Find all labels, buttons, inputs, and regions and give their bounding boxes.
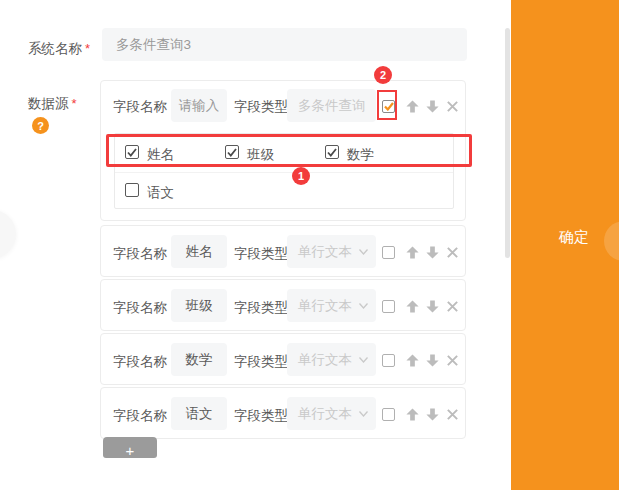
- field-type-select[interactable]: 单行文本: [287, 343, 376, 376]
- system-name-label: 系统名称*: [28, 40, 90, 58]
- annotation-badge-step2: 2: [374, 66, 392, 84]
- dropdown-divider: [115, 172, 453, 173]
- arrow-down-icon: [425, 299, 440, 314]
- close-icon: [446, 246, 459, 259]
- move-up-button[interactable]: [404, 352, 420, 368]
- close-icon: [446, 300, 459, 313]
- field-name-label: 字段名称: [113, 245, 167, 263]
- close-icon: [446, 408, 459, 421]
- chevron-down-icon: [359, 249, 368, 255]
- delete-field-button[interactable]: [444, 98, 460, 114]
- move-down-button[interactable]: [424, 244, 440, 260]
- help-question-icon[interactable]: ?: [32, 117, 49, 134]
- move-down-button[interactable]: [424, 98, 440, 114]
- required-asterisk: *: [85, 41, 90, 56]
- annotation-box-step1: [106, 134, 472, 167]
- data-source-label-text: 数据源: [28, 96, 69, 111]
- row-checkbox[interactable]: [382, 246, 395, 259]
- field-row: 字段名称 语文 字段类型 单行文本: [100, 387, 466, 439]
- field-name-label: 字段名称: [113, 353, 167, 371]
- arrow-down-icon: [425, 407, 440, 422]
- arrow-up-icon: [405, 407, 420, 422]
- field-name-label: 字段名称: [113, 98, 167, 116]
- move-down-button[interactable]: [424, 406, 440, 422]
- delete-field-button[interactable]: [444, 406, 460, 422]
- field-name-label: 字段名称: [113, 407, 167, 425]
- field-type-select[interactable]: 单行文本: [287, 289, 376, 322]
- close-icon: [446, 100, 459, 113]
- field-type-select-value: 单行文本: [298, 351, 352, 369]
- field-type-select[interactable]: 单行文本: [287, 397, 376, 430]
- field-name-input[interactable]: 语文: [171, 397, 227, 430]
- chevron-down-icon: [359, 357, 368, 363]
- arrow-up-icon: [405, 299, 420, 314]
- field-row: 字段名称 数学 字段类型 单行文本: [100, 333, 466, 385]
- field-name-label: 字段名称: [113, 299, 167, 317]
- arrow-down-icon: [425, 99, 440, 114]
- field-name-input[interactable]: 请输入: [171, 89, 227, 122]
- field-type-select-value: 单行文本: [298, 243, 352, 261]
- confirm-button[interactable]: 确定: [559, 228, 589, 247]
- app-window: 系统名称* 多条件查询3 数据源* ? 字段名称 请输入 字段类型 多条件查询: [0, 0, 619, 490]
- arrow-down-icon: [425, 353, 440, 368]
- field-type-label: 字段类型: [234, 245, 288, 263]
- arrow-up-icon: [405, 99, 420, 114]
- chevron-down-icon: [359, 411, 368, 417]
- delete-field-button[interactable]: [444, 298, 460, 314]
- add-field-button[interactable]: +: [103, 437, 157, 458]
- arrow-up-icon: [405, 245, 420, 260]
- field-type-select[interactable]: 多条件查询: [287, 89, 376, 122]
- field-name-input[interactable]: 班级: [171, 289, 227, 322]
- field-type-select-value: 多条件查询: [298, 97, 366, 115]
- arrow-down-icon: [425, 245, 440, 260]
- move-up-button[interactable]: [404, 406, 420, 422]
- close-icon: [446, 354, 459, 367]
- required-asterisk: *: [72, 96, 77, 111]
- annotation-badge-step1: 1: [292, 167, 310, 185]
- chevron-down-icon: [359, 303, 368, 309]
- option-label-chinese[interactable]: 语文: [147, 184, 174, 202]
- drawer-panel: 确定: [511, 0, 619, 490]
- move-up-button[interactable]: [404, 298, 420, 314]
- move-up-button[interactable]: [404, 244, 420, 260]
- row-checkbox[interactable]: [382, 354, 395, 367]
- data-source-label: 数据源*: [28, 95, 77, 113]
- field-type-select-value: 单行文本: [298, 405, 352, 423]
- field-type-label: 字段类型: [234, 353, 288, 371]
- system-name-label-text: 系统名称: [28, 41, 82, 56]
- move-up-button[interactable]: [404, 98, 420, 114]
- row-checkbox[interactable]: [382, 300, 395, 313]
- move-down-button[interactable]: [424, 352, 440, 368]
- left-edge-handle: [0, 210, 16, 258]
- row-checkbox[interactable]: [382, 408, 395, 421]
- system-name-input[interactable]: 多条件查询3: [102, 28, 467, 61]
- field-row: 字段名称 姓名 字段类型 单行文本: [100, 225, 466, 277]
- arrow-up-icon: [405, 353, 420, 368]
- move-down-button[interactable]: [424, 298, 440, 314]
- option-checkbox-chinese[interactable]: [125, 183, 139, 197]
- scrollbar-thumb[interactable]: [505, 28, 510, 258]
- delete-field-button[interactable]: [444, 352, 460, 368]
- field-type-label: 字段类型: [234, 407, 288, 425]
- field-row: 字段名称 班级 字段类型 单行文本: [100, 279, 466, 331]
- annotation-box-step2: [377, 90, 397, 120]
- drawer-edge-circle: [604, 221, 619, 261]
- delete-field-button[interactable]: [444, 244, 460, 260]
- field-name-input[interactable]: 姓名: [171, 235, 227, 268]
- field-type-select[interactable]: 单行文本: [287, 235, 376, 268]
- field-type-select-value: 单行文本: [298, 297, 352, 315]
- field-type-label: 字段类型: [234, 98, 288, 116]
- field-name-input[interactable]: 数学: [171, 343, 227, 376]
- field-type-label: 字段类型: [234, 299, 288, 317]
